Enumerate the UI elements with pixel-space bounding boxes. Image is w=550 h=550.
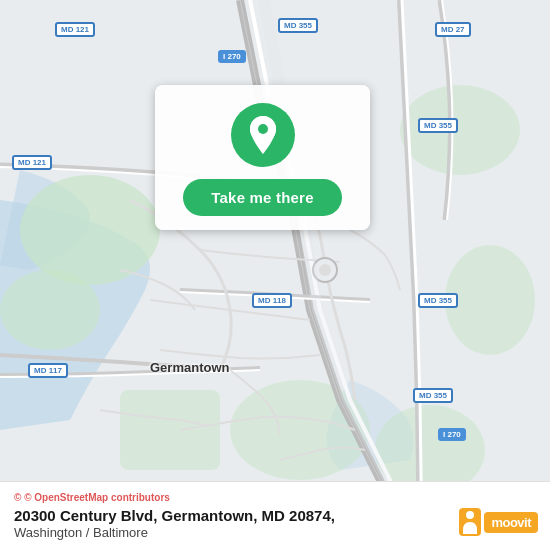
map-container: MD 121 MD 355 MD 27 I 270 MD 355 MD 121 … [0, 0, 550, 550]
road-label-i270-top: I 270 [218, 50, 246, 63]
location-pin-icon [246, 114, 280, 156]
svg-point-9 [319, 264, 331, 276]
map-background [0, 0, 550, 550]
svg-point-2 [0, 270, 100, 350]
svg-point-1 [20, 175, 160, 285]
svg-rect-5 [120, 390, 220, 470]
osm-icon: © [14, 492, 21, 503]
road-label-md121-mid: MD 121 [12, 155, 52, 170]
moovit-logo-text: moovit [484, 512, 538, 533]
road-label-md118: MD 118 [252, 293, 292, 308]
city-line: Washington / Baltimore [14, 525, 536, 540]
road-label-md27: MD 27 [435, 22, 471, 37]
location-card: Take me there [155, 85, 370, 230]
road-label-md355-mid: MD 355 [418, 118, 458, 133]
pin-circle [231, 103, 295, 167]
address-line: 20300 Century Blvd, Germantown, MD 20874… [14, 506, 536, 526]
road-label-md121-top: MD 121 [55, 22, 95, 37]
svg-point-4 [445, 245, 535, 355]
svg-point-13 [466, 511, 474, 519]
moovit-logo: moovit [459, 508, 538, 536]
road-label-md355-bottom: MD 355 [413, 388, 453, 403]
road-label-i270-bottom: I 270 [438, 428, 466, 441]
svg-point-11 [258, 124, 268, 134]
osm-attribution: © © OpenStreetMap contributors [14, 492, 536, 503]
place-label-germantown: Germantown [150, 360, 229, 375]
osm-credit-text: © OpenStreetMap contributors [24, 492, 170, 503]
road-label-md117: MD 117 [28, 363, 68, 378]
road-label-md355-lower: MD 355 [418, 293, 458, 308]
moovit-icon [459, 508, 481, 536]
take-me-there-button[interactable]: Take me there [183, 179, 341, 216]
road-label-md355-top: MD 355 [278, 18, 318, 33]
